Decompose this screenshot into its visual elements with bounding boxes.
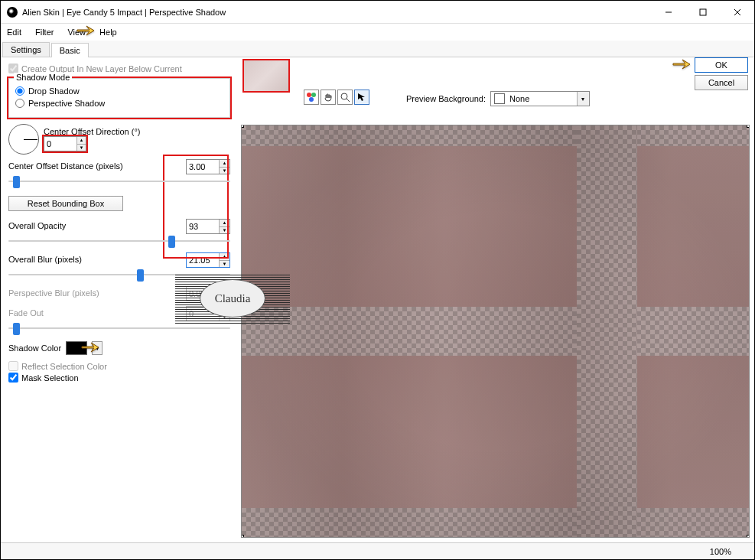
fade-arrows: ▲▼ bbox=[219, 307, 229, 321]
pointer-hand-icon bbox=[672, 56, 693, 77]
reset-bounding-box-button[interactable]: Reset Bounding Box bbox=[8, 196, 123, 211]
svg-rect-1 bbox=[700, 9, 706, 15]
direction-row: Center Offset Direction (°) ▲▼ bbox=[8, 124, 230, 155]
fade-input bbox=[187, 307, 219, 321]
fade-row: Fade Out ▲▼ bbox=[8, 306, 230, 335]
check-reflect: Reflect Selection Color bbox=[8, 361, 230, 371]
preview-bg-row: Preview Background: None ▾ bbox=[406, 91, 590, 106]
preview-bg-label: Preview Background: bbox=[406, 94, 486, 103]
fade-spinner: ▲▼ bbox=[186, 306, 230, 321]
tab-basic[interactable]: Basic bbox=[51, 43, 89, 57]
tool-zoom[interactable] bbox=[337, 90, 353, 105]
pblur-spinner: ▲▼ bbox=[186, 286, 230, 301]
zoom-level: 100% bbox=[710, 547, 731, 556]
svg-point-4 bbox=[307, 93, 311, 97]
opacity-label: Overall Opacity bbox=[8, 221, 66, 230]
group-shadow-mode: Shadow Mode Drop Shadow Perspective Shad… bbox=[8, 78, 230, 118]
svg-point-6 bbox=[309, 97, 314, 102]
direction-input[interactable] bbox=[44, 137, 76, 151]
preview-bg-value: None bbox=[508, 94, 577, 103]
menu-help[interactable]: Help bbox=[99, 28, 117, 37]
check-reflect-box bbox=[8, 361, 18, 371]
direction-spinner[interactable]: ▲▼ bbox=[44, 136, 86, 151]
selection-handles[interactable] bbox=[242, 125, 749, 537]
opacity-slider[interactable] bbox=[8, 234, 230, 248]
radio-drop-shadow[interactable]: Drop Shadow bbox=[15, 86, 223, 96]
tab-strip: Settings Basic bbox=[1, 41, 754, 57]
preview-thumbnail[interactable] bbox=[242, 59, 290, 93]
menu-view[interactable]: View bbox=[67, 28, 86, 37]
shadow-color-label: Shadow Color bbox=[8, 343, 61, 353]
distance-label: Center Offset Distance (pixels) bbox=[8, 161, 123, 171]
pblur-label: Perspective Blur (pixels) bbox=[8, 288, 99, 298]
fade-slider[interactable] bbox=[8, 321, 230, 335]
direction-arrows[interactable]: ▲▼ bbox=[76, 137, 86, 151]
tool-row bbox=[304, 90, 369, 105]
thumbnail-wrap bbox=[242, 59, 290, 93]
fade-label: Fade Out bbox=[8, 308, 44, 317]
tool-hand[interactable] bbox=[321, 90, 336, 105]
menu-filter[interactable]: Filter bbox=[35, 28, 54, 37]
pblur-row: Perspective Blur (pixels) ▲▼ bbox=[8, 286, 230, 301]
cancel-button[interactable]: Cancel bbox=[695, 75, 748, 90]
tool-move[interactable] bbox=[354, 90, 369, 105]
radio-perspective-shadow-label: Perspective Shadow bbox=[28, 99, 105, 108]
ok-button[interactable]: OK bbox=[695, 57, 748, 73]
svg-line-8 bbox=[347, 99, 350, 102]
preview-bg-combo[interactable]: None ▾ bbox=[490, 91, 590, 106]
left-panel: Create Output In New Layer Below Current… bbox=[1, 57, 238, 542]
blur-label: Overall Blur (pixels) bbox=[8, 255, 82, 264]
radio-drop-shadow-label: Drop Shadow bbox=[28, 86, 80, 96]
minimize-button[interactable] bbox=[651, 1, 685, 23]
check-mask-label: Mask Selection bbox=[21, 373, 79, 383]
radio-drop-shadow-input[interactable] bbox=[15, 86, 24, 96]
dialog-buttons: OK Cancel bbox=[695, 57, 748, 90]
check-mask-box[interactable] bbox=[8, 373, 18, 383]
svg-point-5 bbox=[311, 93, 316, 97]
preview-bg-dropdown-icon[interactable]: ▾ bbox=[577, 92, 589, 106]
group-shadow-mode-legend: Shadow Mode bbox=[14, 73, 72, 82]
pblur-arrows: ▲▼ bbox=[219, 287, 229, 301]
close-button[interactable] bbox=[720, 1, 754, 23]
menu-bar: Edit Filter View Help bbox=[1, 24, 754, 41]
check-mask[interactable]: Mask Selection bbox=[8, 373, 230, 383]
tool-color-picker[interactable] bbox=[304, 90, 319, 105]
check-create-output-label: Create Output In New Layer Below Current bbox=[21, 64, 182, 73]
blur-slider[interactable] bbox=[8, 268, 230, 282]
status-bar: 100% bbox=[1, 542, 754, 559]
title-bar: Alien Skin | Eye Candy 5 Impact | Perspe… bbox=[1, 1, 754, 24]
main-area: Create Output In New Layer Below Current… bbox=[1, 57, 754, 542]
svg-point-7 bbox=[341, 93, 347, 99]
window-title: Alien Skin | Eye Candy 5 Impact | Perspe… bbox=[22, 8, 651, 17]
tab-settings[interactable]: Settings bbox=[2, 42, 50, 57]
shadow-color-row: Shadow Color ▼ bbox=[8, 341, 230, 355]
radio-perspective-shadow-input[interactable] bbox=[15, 99, 24, 108]
pblur-input bbox=[187, 287, 219, 301]
distance-slider[interactable] bbox=[8, 174, 230, 188]
menu-edit[interactable]: Edit bbox=[7, 28, 21, 37]
direction-label: Center Offset Direction (°) bbox=[44, 127, 140, 136]
direction-dial[interactable] bbox=[8, 124, 39, 155]
shadow-color-dropdown[interactable]: ▼ bbox=[92, 341, 103, 355]
shadow-color-swatch[interactable] bbox=[66, 341, 87, 355]
maximize-button[interactable] bbox=[685, 1, 720, 23]
preview-bg-swatch bbox=[494, 93, 505, 104]
app-icon bbox=[7, 7, 18, 18]
check-reflect-label: Reflect Selection Color bbox=[21, 362, 107, 371]
radio-perspective-shadow[interactable]: Perspective Shadow bbox=[15, 99, 223, 108]
right-panel: Preview Background: None ▾ OK Cancel bbox=[238, 57, 754, 542]
preview-canvas[interactable] bbox=[241, 125, 750, 538]
